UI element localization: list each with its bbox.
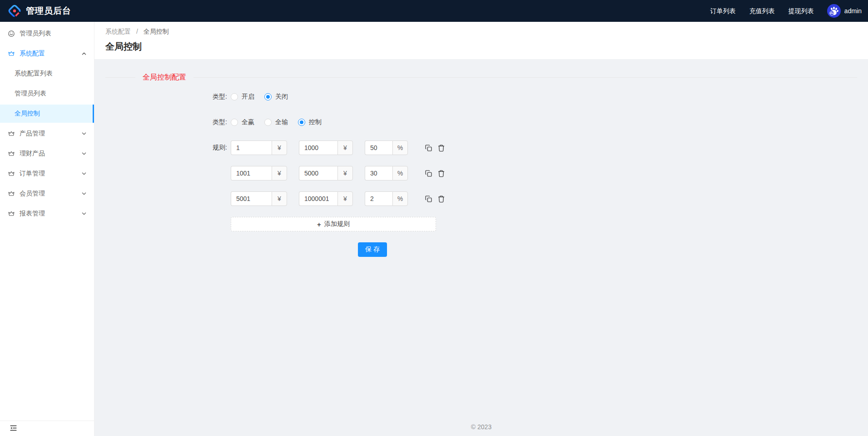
breadcrumb: 系统配置 / 全局控制 <box>105 28 857 36</box>
sidebar-subitem-label: 全局控制 <box>15 110 40 118</box>
radio-option-open[interactable]: 开启 <box>231 93 254 101</box>
radio-icon-checked[interactable] <box>298 119 305 126</box>
delete-icon <box>437 195 445 203</box>
type-switch-row: 类型: 开启 关闭 <box>105 90 857 104</box>
rule-percent-group: % <box>365 166 408 180</box>
delete-icon <box>437 144 445 152</box>
sidebar-item-system-config[interactable]: 系统配置 <box>0 45 94 63</box>
sidebar-item-label: 产品管理 <box>20 130 45 138</box>
crown-icon <box>8 130 15 137</box>
radio-icon[interactable] <box>231 119 238 126</box>
sidebar-item-label: 理财产品 <box>20 150 45 158</box>
top-nav-withdraw-list[interactable]: 提现列表 <box>782 0 821 22</box>
user-menu[interactable]: du admin <box>821 4 868 18</box>
percent-addon: % <box>392 140 408 155</box>
top-header: 管理员后台 订单列表 充值列表 提现列表 du admin <box>0 0 868 22</box>
top-nav: 订单列表 充值列表 提现列表 du admin <box>704 0 868 22</box>
divider-line-left <box>105 77 135 78</box>
sidebar-subitem-admin-list[interactable]: 管理员列表 <box>0 85 94 103</box>
sidebar-item-label: 系统配置 <box>20 50 45 58</box>
currency-addon: ¥ <box>272 166 287 180</box>
sidebar-subitem-global-control[interactable]: 全局控制 <box>0 105 94 123</box>
radio-icon[interactable] <box>264 119 272 126</box>
save-row: 保存 <box>105 242 857 257</box>
radio-icon-checked[interactable] <box>264 93 272 100</box>
top-nav-recharge-list[interactable]: 充值列表 <box>743 0 782 22</box>
delete-rule-button[interactable] <box>437 170 445 177</box>
rule-max-input[interactable] <box>299 140 337 155</box>
copy-rule-button[interactable] <box>425 144 432 152</box>
sidebar-item-label: 会员管理 <box>20 190 45 198</box>
rule-max-input[interactable] <box>299 166 337 180</box>
breadcrumb-system-config[interactable]: 系统配置 <box>105 28 131 35</box>
radio-option-all-lose[interactable]: 全输 <box>264 118 288 126</box>
copy-icon <box>425 144 432 152</box>
currency-addon: ¥ <box>272 191 287 206</box>
sidebar-item-label: 订单管理 <box>20 170 45 178</box>
add-rule-button[interactable]: + 添加规则 <box>231 217 436 231</box>
sidebar-item-wealth-products[interactable]: 理财产品 <box>0 145 94 163</box>
rule-min-input[interactable] <box>231 191 272 206</box>
save-button[interactable]: 保存 <box>358 242 387 257</box>
rule-max-group: ¥ <box>299 191 353 206</box>
rule-percent-input[interactable] <box>365 140 392 155</box>
crown-icon <box>8 150 15 157</box>
radio-option-close[interactable]: 关闭 <box>264 93 288 101</box>
type-mode-row: 类型: 全赢 全输 控制 <box>105 115 857 130</box>
rule-min-input[interactable] <box>231 140 272 155</box>
radio-option-all-win[interactable]: 全赢 <box>231 118 254 126</box>
type-mode-label: 类型: <box>105 118 227 126</box>
smile-icon <box>8 30 15 37</box>
copy-rule-button[interactable] <box>425 170 432 177</box>
rule-min-input[interactable] <box>231 166 272 180</box>
radio-icon[interactable] <box>231 93 238 100</box>
delete-rule-button[interactable] <box>437 195 445 203</box>
rule-percent-input[interactable] <box>365 166 392 180</box>
rule-min-group: ¥ <box>231 140 287 155</box>
sidebar-subitem-label: 管理员列表 <box>15 90 46 98</box>
sidebar: 管理员列表 系统配置 系统配置列表 管理员列表 全局控制 <box>0 22 94 436</box>
rule-percent-input[interactable] <box>365 191 392 206</box>
app-logo[interactable]: 管理员后台 <box>0 4 71 18</box>
rule-max-input[interactable] <box>299 191 337 206</box>
sidebar-item-admin-list[interactable]: 管理员列表 <box>0 25 94 43</box>
rule-min-group: ¥ <box>231 166 287 180</box>
copy-icon <box>425 195 432 203</box>
page-header: 系统配置 / 全局控制 全局控制 <box>94 22 868 59</box>
sidebar-item-report-management[interactable]: 报表管理 <box>0 205 94 223</box>
breadcrumb-separator: / <box>136 28 138 35</box>
crown-icon <box>8 210 15 217</box>
sidebar-subitem-label: 系统配置列表 <box>15 70 53 78</box>
section-divider: 全局控制配置 <box>105 73 857 82</box>
chevron-down-icon <box>82 191 86 196</box>
copy-rule-button[interactable] <box>425 195 432 203</box>
rule-row: 规则: ¥ ¥ % <box>105 140 857 155</box>
percent-addon: % <box>392 191 408 206</box>
rule-max-group: ¥ <box>299 166 353 180</box>
chevron-up-icon <box>82 51 86 56</box>
sidebar-subitem-system-config-list[interactable]: 系统配置列表 <box>0 65 94 83</box>
rule-row: ¥ ¥ % <box>105 191 857 206</box>
sidebar-item-product-management[interactable]: 产品管理 <box>0 125 94 143</box>
currency-addon: ¥ <box>337 191 353 206</box>
copy-icon <box>425 170 432 177</box>
avatar: du <box>827 4 841 18</box>
currency-addon: ¥ <box>272 140 287 155</box>
chevron-down-icon <box>82 171 86 176</box>
sidebar-collapse-trigger[interactable] <box>0 421 94 436</box>
currency-addon: ¥ <box>337 166 353 180</box>
crown-icon <box>8 50 15 57</box>
page-title: 全局控制 <box>105 40 857 53</box>
delete-rule-button[interactable] <box>437 144 445 152</box>
sidebar-item-order-management[interactable]: 订单管理 <box>0 165 94 183</box>
section-title: 全局控制配置 <box>143 73 186 82</box>
chevron-down-icon <box>82 211 86 216</box>
rule-percent-group: % <box>365 140 408 155</box>
crown-icon <box>8 170 15 177</box>
sidebar-item-member-management[interactable]: 会员管理 <box>0 185 94 203</box>
top-nav-order-list[interactable]: 订单列表 <box>704 0 743 22</box>
rule-percent-group: % <box>365 191 408 206</box>
crown-icon <box>8 190 15 197</box>
radio-option-control[interactable]: 控制 <box>298 118 322 126</box>
rule-max-group: ¥ <box>299 140 353 155</box>
